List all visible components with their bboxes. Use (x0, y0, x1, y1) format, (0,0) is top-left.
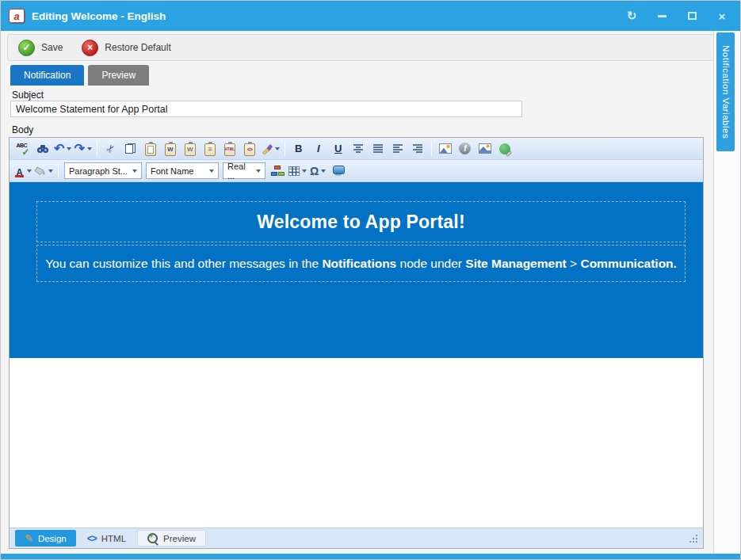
notification-variables-tab[interactable]: Notification Variables (716, 32, 735, 151)
minimize-icon[interactable] (653, 7, 670, 25)
font-size-select[interactable]: Real ... (223, 162, 265, 179)
font-name-select[interactable]: Font Name (146, 162, 219, 179)
align-left-button[interactable] (388, 139, 407, 158)
design-tab-label: Design (38, 534, 67, 543)
editor-toolbar-row2: A Paragraph St... Font Name Real ... (10, 160, 703, 182)
tab-html[interactable]: <> HTML (78, 530, 136, 547)
redo-button[interactable]: ↷ (73, 139, 92, 158)
cut-button[interactable]: ✂ (101, 139, 120, 158)
copy-button[interactable] (121, 139, 140, 158)
tab-design[interactable]: ✎ Design (15, 530, 76, 547)
maximize-icon[interactable] (683, 7, 701, 25)
editor-canvas[interactable]: Welcome to App Portal! You can customize… (10, 182, 703, 528)
toolbar-separator (431, 141, 432, 156)
font-color-dropdown-arrow-icon[interactable] (27, 170, 32, 173)
flash-manager-button[interactable]: f (456, 139, 475, 158)
undo-button[interactable]: ↶ (53, 139, 72, 158)
justify-button[interactable] (369, 139, 388, 158)
app-icon: a (9, 9, 25, 23)
paste-button[interactable] (141, 139, 160, 158)
toolbar-separator (97, 141, 97, 156)
paste-from-word-clean-button[interactable]: W (181, 139, 200, 158)
underline-icon: U (334, 143, 342, 154)
copy-icon (125, 143, 136, 154)
subject-label: Subject (12, 90, 44, 101)
paragraph-style-dropdown-arrow-icon (132, 170, 137, 173)
tab-notification[interactable]: Notification (10, 65, 84, 86)
save-label: Save (41, 42, 63, 53)
restore-default-button[interactable]: × Restore Default (82, 40, 170, 56)
align-center-button[interactable] (349, 139, 368, 158)
paint-bucket-icon (34, 166, 46, 176)
background-color-button[interactable] (33, 162, 54, 181)
spellcheck-button[interactable]: ABC ✓ (13, 139, 32, 158)
format-stripper-button[interactable] (260, 139, 281, 158)
html-tab-label: HTML (101, 534, 126, 543)
bold-button[interactable]: B (289, 139, 308, 158)
redo-dropdown-arrow-icon[interactable] (87, 147, 92, 150)
align-right-icon (412, 143, 423, 154)
paste-from-word-button[interactable]: W (161, 139, 180, 158)
banner-heading: Welcome to App Portal! (257, 211, 465, 233)
media-manager-button[interactable] (476, 139, 495, 158)
editor-mode-strip: ✎ Design <> HTML + Preview (10, 528, 703, 548)
paste-icon (145, 143, 156, 156)
refresh-icon[interactable]: ↻ (623, 7, 640, 25)
html-brackets-icon: <> (87, 533, 97, 544)
paste-plain-text-button[interactable]: ≡ (201, 139, 220, 158)
background-color-dropdown-arrow-icon[interactable] (48, 170, 53, 173)
hyperlink-manager-button[interactable] (495, 139, 514, 158)
paste-plain-text-icon: ≡ (204, 143, 216, 156)
scissors-icon: ✂ (104, 142, 117, 154)
omega-icon: Ω (310, 165, 319, 177)
paragraph-style-select[interactable]: Paragraph St... (64, 162, 142, 179)
save-check-icon: ✓ (18, 40, 35, 56)
symbol-dropdown-arrow-icon[interactable] (321, 170, 326, 173)
binoculars-icon (36, 144, 49, 154)
paste-as-html-button[interactable]: HTML (220, 139, 239, 158)
paste-html-button[interactable]: <> (240, 139, 259, 158)
building-blocks-icon (271, 166, 285, 176)
window-controls: ↻ × (623, 7, 731, 25)
link-globe-icon (499, 143, 510, 154)
paragraph-placeholder-box[interactable]: You can customize this and other message… (36, 245, 686, 282)
image-icon (439, 143, 452, 154)
paragraph-style-value: Paragraph St... (69, 166, 128, 176)
subject-input[interactable] (10, 101, 522, 117)
paste-from-word-icon: W (165, 143, 176, 156)
media-icon (479, 143, 491, 154)
font-name-value: Font Name (151, 166, 193, 176)
foreground-color-button[interactable]: A (13, 162, 32, 181)
insert-snippet-button[interactable] (328, 162, 347, 181)
italic-button[interactable]: I (309, 139, 328, 158)
paste-from-word-clean-icon: W (185, 143, 196, 156)
bold-icon: B (295, 143, 302, 154)
heading-placeholder-box[interactable]: Welcome to App Portal! (36, 201, 686, 242)
pencil-icon: ✎ (25, 533, 33, 543)
save-button[interactable]: ✓ Save (18, 40, 63, 56)
insert-blocks-button[interactable] (268, 162, 287, 181)
table-icon (288, 166, 300, 176)
banner-paragraph: You can customize this and other message… (42, 257, 680, 271)
insert-table-button[interactable] (288, 162, 307, 181)
main-tab-strip: Notification Preview (10, 65, 149, 86)
align-right-button[interactable] (408, 139, 427, 158)
dialog-window: a Editing Welcome - English ↻ × ✓ Save ×… (0, 0, 741, 560)
tab-editor-preview[interactable]: + Preview (137, 530, 206, 547)
underline-button[interactable]: U (329, 139, 348, 158)
format-stripper-dropdown-arrow-icon[interactable] (275, 147, 280, 150)
restore-default-label: Restore Default (105, 42, 170, 53)
resize-grip[interactable] (689, 535, 699, 544)
close-icon[interactable]: × (713, 7, 731, 25)
insert-symbol-button[interactable]: Ω (308, 162, 327, 181)
title-bar: a Editing Welcome - English ↻ × (1, 1, 741, 31)
restore-x-icon: × (82, 40, 98, 56)
maximize-box (688, 12, 697, 20)
editor-toolbar-row1: ABC ✓ ↶ ↷ ✂ W W ≡ HTML (10, 138, 703, 160)
undo-dropdown-arrow-icon[interactable] (67, 147, 71, 150)
table-dropdown-arrow-icon[interactable] (302, 170, 307, 173)
tab-preview[interactable]: Preview (88, 65, 149, 86)
image-manager-button[interactable] (436, 139, 455, 158)
paste-html-icon: <> (244, 143, 255, 156)
find-replace-button[interactable] (33, 139, 52, 158)
